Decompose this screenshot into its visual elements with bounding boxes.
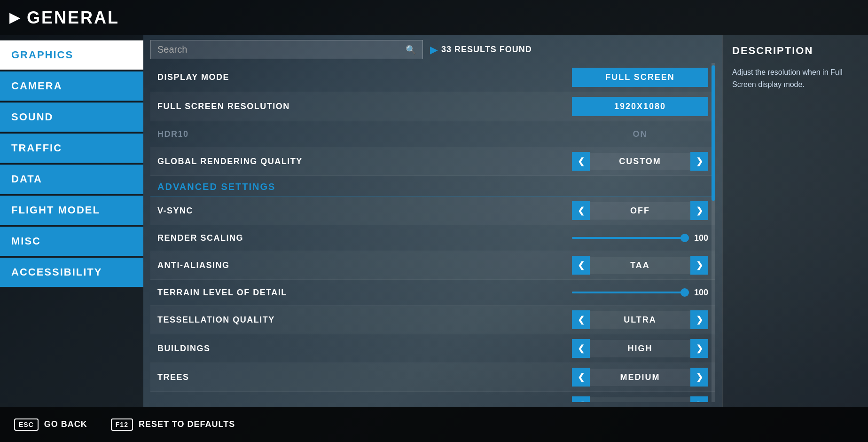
- setting-row-terrain-lod: TERRAIN LEVEL OF DETAIL 100: [150, 280, 715, 306]
- setting-row-hdr10: HDR10 ON: [150, 121, 715, 147]
- tessellation-prev-button[interactable]: ❮: [572, 310, 590, 329]
- setting-label-hdr10: HDR10: [157, 129, 572, 139]
- render-scaling-fill: [572, 237, 685, 239]
- scrollbar[interactable]: [712, 63, 715, 402]
- search-icon: 🔍: [406, 45, 416, 55]
- terrain-lod-value: 100: [689, 288, 708, 298]
- setting-control-tessellation: ❮ ULTRA ❯: [572, 310, 708, 329]
- buildings-value: HIGH: [590, 340, 690, 357]
- setting-control-vsync: ❮ OFF ❯: [572, 201, 708, 220]
- setting-row-resolution: FULL SCREEN RESOLUTION 1920X1080: [150, 92, 715, 121]
- scrollbar-thumb[interactable]: [712, 65, 715, 201]
- results-count: ▶ 33 RESULTS FOUND: [430, 44, 532, 55]
- setting-value-display-mode[interactable]: FULL SCREEN: [572, 68, 708, 87]
- go-back-label: GO BACK: [44, 419, 87, 429]
- setting-label-tessellation: TESSELLATION QUALITY: [157, 315, 572, 325]
- sidebar-item-data[interactable]: DATA: [0, 165, 143, 194]
- terrain-lod-fill: [572, 292, 685, 293]
- settings-list: DISPLAY MODE FULL SCREEN FULL SCREEN RES…: [150, 63, 715, 402]
- sidebar-item-misc[interactable]: MISC: [0, 227, 143, 256]
- setting-slider-terrain-lod: 100: [572, 288, 708, 298]
- sidebar-item-traffic[interactable]: TRAFFIC: [0, 134, 143, 163]
- rendering-quality-prev-button[interactable]: ❮: [572, 152, 590, 171]
- sidebar-item-accessibility[interactable]: ACCESSIBILITY: [0, 258, 143, 287]
- setting-row-vsync: V-SYNC ❮ OFF ❯: [150, 197, 715, 225]
- setting-slider-render-scaling: 100: [572, 233, 708, 243]
- setting-label-resolution: FULL SCREEN RESOLUTION: [157, 102, 572, 111]
- footer: Esc GO BACK F12 RESET TO DEFAULTS: [0, 407, 868, 442]
- setting-label-terrain-lod: TERRAIN LEVEL OF DETAIL: [157, 288, 572, 298]
- description-text: Adjust the resolution when in Full Scree…: [732, 66, 859, 90]
- f12-key-badge: F12: [111, 418, 133, 431]
- render-scaling-thumb[interactable]: [680, 234, 689, 242]
- setting-control-grass: ❮ HIGH ❯: [572, 396, 708, 402]
- setting-row-tessellation: TESSELLATION QUALITY ❮ ULTRA ❯: [150, 306, 715, 334]
- sidebar-item-flight-model[interactable]: FLIGHT MODEL: [0, 196, 143, 225]
- setting-row-anti-aliasing: ANTI-ALIASING ❮ TAA ❯: [150, 251, 715, 280]
- tessellation-next-button[interactable]: ❯: [690, 310, 708, 329]
- reset-defaults-button[interactable]: F12 RESET TO DEFAULTS: [111, 418, 235, 431]
- trees-value: MEDIUM: [590, 369, 690, 386]
- sidebar-item-graphics[interactable]: GRAPHICS: [0, 40, 143, 70]
- reset-defaults-label: RESET TO DEFAULTS: [139, 419, 235, 429]
- setting-control-buildings: ❮ HIGH ❯: [572, 339, 708, 358]
- terrain-lod-thumb[interactable]: [680, 288, 689, 297]
- setting-row-display-mode: DISPLAY MODE FULL SCREEN: [150, 63, 715, 92]
- results-arrow-icon: ▶: [430, 44, 438, 55]
- setting-label-anti-aliasing: ANTI-ALIASING: [157, 260, 572, 270]
- sidebar-item-camera[interactable]: CAMERA: [0, 71, 143, 101]
- trees-prev-button[interactable]: ❮: [572, 368, 590, 387]
- vsync-next-button[interactable]: ❯: [690, 201, 708, 220]
- settings-content: 🔍 ▶ 33 RESULTS FOUND DISPLAY MODE FULL S…: [143, 35, 722, 407]
- page-title: ▶ GENERAL: [9, 8, 119, 28]
- search-input-wrap[interactable]: 🔍: [150, 40, 423, 59]
- header: ▶ GENERAL: [0, 0, 868, 35]
- setting-row-rendering-quality: GLOBAL RENDERING QUALITY ❮ CUSTOM ❯: [150, 147, 715, 176]
- setting-control-rendering-quality: ❮ CUSTOM ❯: [572, 152, 708, 171]
- setting-label-vsync: V-SYNC: [157, 206, 572, 216]
- trees-next-button[interactable]: ❯: [690, 368, 708, 387]
- search-input[interactable]: [157, 44, 406, 55]
- search-bar: 🔍 ▶ 33 RESULTS FOUND: [150, 40, 715, 59]
- setting-value-hdr10: ON: [572, 129, 708, 139]
- header-arrow-icon: ▶: [9, 10, 21, 25]
- grass-next-button[interactable]: ❯: [690, 396, 708, 402]
- anti-aliasing-value: TAA: [590, 257, 690, 274]
- setting-row-buildings: BUILDINGS ❮ HIGH ❯: [150, 334, 715, 363]
- rendering-quality-value: CUSTOM: [590, 153, 690, 170]
- advanced-settings-header: ADVANCED SETTINGS: [150, 176, 715, 197]
- page-title-text: GENERAL: [27, 8, 119, 28]
- setting-value-resolution[interactable]: 1920X1080: [572, 97, 708, 116]
- esc-key-badge: Esc: [14, 418, 39, 431]
- sidebar-item-sound[interactable]: SOUND: [0, 103, 143, 132]
- setting-row-grass: GRASS AND BUSHES ❮ HIGH ❯: [150, 392, 715, 402]
- setting-label-grass: GRASS AND BUSHES: [157, 401, 572, 403]
- render-scaling-value: 100: [689, 233, 708, 243]
- render-scaling-track[interactable]: [572, 237, 685, 239]
- grass-prev-button[interactable]: ❮: [572, 396, 590, 402]
- anti-aliasing-prev-button[interactable]: ❮: [572, 256, 590, 275]
- grass-value: HIGH: [590, 397, 690, 403]
- setting-row-trees: TREES ❮ MEDIUM ❯: [150, 363, 715, 392]
- anti-aliasing-next-button[interactable]: ❯: [690, 256, 708, 275]
- setting-control-trees: ❮ MEDIUM ❯: [572, 368, 708, 387]
- setting-label-trees: TREES: [157, 372, 572, 382]
- rendering-quality-next-button[interactable]: ❯: [690, 152, 708, 171]
- setting-label-display-mode: DISPLAY MODE: [157, 72, 572, 82]
- buildings-prev-button[interactable]: ❮: [572, 339, 590, 358]
- tessellation-value: ULTRA: [590, 311, 690, 329]
- description-panel: DESCRIPTION Adjust the resolution when i…: [722, 35, 868, 407]
- vsync-prev-button[interactable]: ❮: [572, 201, 590, 220]
- sidebar: GRAPHICS CAMERA SOUND TRAFFIC DATA FLIGH…: [0, 35, 143, 407]
- buildings-next-button[interactable]: ❯: [690, 339, 708, 358]
- setting-label-render-scaling: RENDER SCALING: [157, 233, 572, 243]
- results-count-text: 33 RESULTS FOUND: [441, 45, 532, 55]
- setting-control-anti-aliasing: ❮ TAA ❯: [572, 256, 708, 275]
- setting-row-render-scaling: RENDER SCALING 100: [150, 225, 715, 251]
- setting-label-buildings: BUILDINGS: [157, 344, 572, 354]
- terrain-lod-track[interactable]: [572, 292, 685, 293]
- description-title: DESCRIPTION: [732, 45, 859, 57]
- vsync-value: OFF: [590, 202, 690, 220]
- go-back-button[interactable]: Esc GO BACK: [14, 418, 87, 431]
- setting-label-rendering-quality: GLOBAL RENDERING QUALITY: [157, 157, 572, 166]
